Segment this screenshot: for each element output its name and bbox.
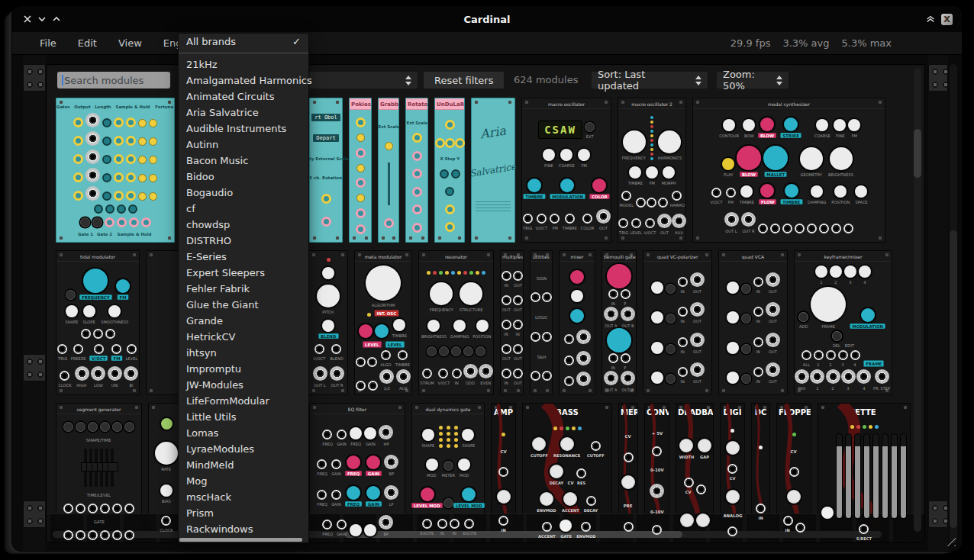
module-card-macro-oscillator-2[interactable]: macro oscillator 2FREQUENCYHARMONICSTIMB… bbox=[618, 98, 686, 243]
brand-menu-item[interactable]: Audible Instruments bbox=[179, 121, 308, 137]
knob bbox=[666, 314, 676, 323]
jack: OUT A bbox=[604, 307, 618, 328]
brand-menu-item[interactable]: cf bbox=[179, 201, 308, 217]
module-card-mixer[interactable]: mixer bbox=[559, 250, 595, 395]
jack bbox=[76, 530, 85, 540]
brand-menu-item[interactable]: Rackwindows bbox=[179, 521, 308, 537]
knob: STRUCTURE bbox=[457, 282, 485, 312]
module-card-resonator[interactable]: resonatorFREQUENCYSTRUCTUREBRIGHTNESSDAM… bbox=[418, 250, 494, 395]
brand-menu-item[interactable]: 21kHz bbox=[179, 56, 308, 72]
module-card-quad-vca[interactable]: quad VCAINOUTINOUTINOUTINOUT bbox=[718, 250, 788, 395]
double-chevron-up-icon[interactable] bbox=[926, 14, 935, 24]
module-card-dc[interactable]: DCIN bbox=[751, 403, 770, 543]
knob bbox=[651, 282, 663, 294]
module-card-macro-oscillator[interactable]: macro oscillatorCSAWEXTFINECOARSEFMTIMBR… bbox=[521, 98, 611, 243]
browser-vertical-scrollbar[interactable] bbox=[914, 68, 921, 532]
module-card[interactable]: AriaSalvatrice bbox=[471, 98, 515, 243]
brand-menu-item[interactable]: ihtsyn bbox=[179, 345, 308, 361]
module-card-multiples[interactable]: multiplesINOUTOUTOUTININOUTOUTINOUT bbox=[500, 250, 524, 395]
module-card-undular[interactable]: UnDuLaRX Step Y bbox=[434, 98, 465, 243]
rack-vertical-scrollbar[interactable] bbox=[950, 64, 957, 543]
jack bbox=[658, 198, 667, 208]
brand-menu-item[interactable]: chowdsp bbox=[179, 217, 308, 233]
module-card-pokies[interactable]: Pokies bbox=[349, 98, 372, 243]
jack: IN bbox=[450, 519, 460, 536]
module-card[interactable]: rt ObolDepartPoly External Scale5 ch. Ro… bbox=[309, 98, 343, 243]
brand-menu-item[interactable]: Autinn bbox=[179, 137, 308, 153]
jack: IN bbox=[753, 277, 763, 294]
module-card-bass[interactable]: BASSCUTOFFRESONANCECUTOFFDECAYCVRESENVMO… bbox=[522, 403, 612, 543]
module-card-eq-filter[interactable]: EQ filterFREQGAINFREQGAINHPFREQGAINFREQG… bbox=[309, 403, 405, 543]
brand-menu-item[interactable]: mscHack bbox=[179, 489, 308, 505]
module-card-jette[interactable]: JETTES/RECT bbox=[818, 403, 911, 543]
brand-menu-item[interactable]: LyraeModules bbox=[179, 441, 308, 457]
brand-menu-item[interactable]: Grande bbox=[179, 313, 308, 329]
brand-menu-item[interactable]: Expert Sleepers bbox=[179, 265, 308, 281]
knob bbox=[651, 372, 663, 384]
knob: MODULATION bbox=[848, 308, 887, 329]
knob bbox=[321, 217, 331, 227]
jack bbox=[819, 224, 829, 233]
module-card-tidal-modulator[interactable]: tidal modulatorFREQUENCYFMSHAPESLOPESMOO… bbox=[56, 250, 140, 395]
brand-menu-item[interactable]: JW-Modules bbox=[179, 377, 308, 393]
brand-menu-item[interactable]: Bacon Music bbox=[179, 153, 308, 169]
brand-menu-list: 21kHzAmalgamated HarmonicsAnimated Circu… bbox=[179, 56, 308, 537]
brand-menu-item[interactable]: HetrickCV bbox=[179, 329, 308, 345]
brand-menu-item[interactable]: Bidoo bbox=[179, 169, 308, 185]
brand-menu-item[interactable]: LifeFormModular bbox=[179, 393, 308, 409]
module-card[interactable]: GatesOutputLengthSample & HoldFortunaGat… bbox=[56, 98, 175, 243]
zoom-dropdown[interactable]: Zoom: 50% bbox=[717, 72, 789, 89]
module-card-bernoulli-gate[interactable]: bernoulli gateINPOUT AOUT BINPOUT AOUT B bbox=[601, 250, 637, 395]
jack: MODEL bbox=[619, 191, 634, 208]
brand-menu-item[interactable]: Animated Circuits bbox=[179, 89, 308, 105]
module-card-conv[interactable]: CONV+ 5V0-10V0-10V bbox=[644, 403, 669, 543]
module-card-dual-dynamics-gate[interactable]: dual dynamics gateSHAPESHAPEMODMETERMODL… bbox=[411, 403, 485, 543]
brand-menu-item[interactable]: Impromptu bbox=[179, 361, 308, 377]
module-card-flopper[interactable]: FLOPPERCVIN bbox=[776, 403, 811, 543]
browser-vertical-scrollbar-thumb[interactable] bbox=[914, 129, 921, 178]
rack-screws bbox=[23, 354, 46, 381]
module-card-deadband[interactable]: DEADBANDWIDTHGAPCV bbox=[676, 403, 714, 543]
brand-menu-item[interactable]: Mog bbox=[179, 473, 308, 489]
module-card-keyframer-mixer[interactable]: keyframer/mixer1234ADDFRAMEMODULATIONDEL… bbox=[794, 250, 892, 395]
reset-filters-button[interactable]: Reset filters bbox=[424, 72, 504, 89]
brand-menu-scrollbar[interactable] bbox=[179, 538, 302, 542]
rack-screws bbox=[928, 500, 948, 528]
brand-menu-item[interactable]: MindMeld bbox=[179, 457, 308, 473]
brand-menu-item[interactable]: Prism bbox=[179, 505, 308, 521]
module-card-amp[interactable]: AMPCVIN bbox=[491, 403, 516, 543]
brand-menu-item[interactable]: Aria Salvatrice bbox=[179, 105, 308, 121]
module-title: quad VCA bbox=[719, 251, 787, 262]
module-card[interactable]: PITCHBLENDV/OCTBLENDOUT LOUT R bbox=[308, 250, 348, 395]
module-card-grabby[interactable]: GrabbyExt Scale bbox=[378, 98, 399, 243]
module-card-segment-generator[interactable]: segment generatorSHAPE/TIMETIME/LEVELGAT… bbox=[56, 403, 142, 543]
module-card-utilities[interactable]: utilitiesSIGNLOGICS&H bbox=[530, 250, 553, 395]
module-card-quad-vc-polarizer[interactable]: quad VC-polarizerINOUTINOUTINOUTINOUT bbox=[643, 250, 712, 395]
jack: MIX bbox=[795, 369, 808, 391]
brand-menu-item[interactable]: Bogaudio bbox=[179, 185, 308, 201]
menu-view[interactable]: View bbox=[108, 34, 153, 52]
search-input[interactable]: Search modules bbox=[57, 72, 170, 89]
menu-edit[interactable]: Edit bbox=[67, 34, 108, 52]
sort-dropdown[interactable]: Sort: Last updated bbox=[592, 72, 708, 89]
module-card-rotatoes[interactable]: RotatoesExt Scale bbox=[405, 98, 428, 243]
menu-file[interactable]: File bbox=[29, 34, 67, 52]
module-card-mera[interactable]: MERACVPRE bbox=[618, 403, 638, 543]
knob bbox=[117, 217, 127, 227]
brand-menu-item[interactable]: Glue the Giant bbox=[179, 297, 308, 313]
brand-menu-item[interactable]: Lomas bbox=[179, 425, 308, 441]
module-card-modal-synthesizer[interactable]: modal synthesizerCONTOURBOWBLOWSTRIKECOA… bbox=[692, 98, 885, 243]
rack-vertical-scrollbar-thumb[interactable] bbox=[950, 230, 957, 528]
brand-menu-item[interactable]: Amalgamated Harmonics bbox=[179, 72, 308, 89]
jack: IN bbox=[678, 367, 688, 384]
jack bbox=[795, 523, 805, 533]
jack bbox=[789, 467, 799, 477]
brand-menu-item[interactable]: E-Series bbox=[179, 249, 308, 265]
brand-menu-item[interactable]: Little Utils bbox=[179, 409, 308, 425]
module-card-digi[interactable]: DIGICVANALOG bbox=[720, 403, 745, 543]
brand-menu-item-all[interactable]: All brands ✓ bbox=[179, 34, 308, 50]
jack bbox=[564, 356, 574, 365]
brand-menu-item[interactable]: DISTRHO bbox=[179, 233, 308, 249]
brand-menu-item[interactable]: Fehler Fabrik bbox=[179, 281, 308, 297]
module-card-meta-modulator[interactable]: meta modulatorALGORITHMINT. OSCTIMBRELEV… bbox=[354, 250, 412, 395]
